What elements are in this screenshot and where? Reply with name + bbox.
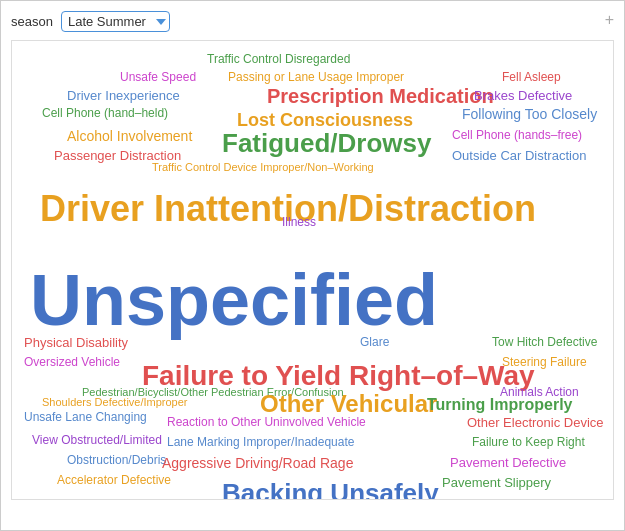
word-item[interactable]: Illness bbox=[282, 216, 316, 229]
word-item[interactable]: Aggressive Driving/Road Rage bbox=[162, 456, 353, 471]
season-select-wrapper[interactable]: SpringSummerLate SummerFallWinter bbox=[61, 11, 170, 32]
add-icon[interactable]: + bbox=[605, 11, 614, 29]
word-item[interactable]: Other Electronic Device bbox=[467, 416, 604, 430]
header: season SpringSummerLate SummerFallWinter bbox=[11, 11, 614, 32]
word-item[interactable]: Following Too Closely bbox=[462, 107, 597, 122]
word-item[interactable]: Fatigued/Drowsy bbox=[222, 129, 431, 158]
word-item[interactable]: Steering Failure bbox=[502, 356, 587, 369]
word-item[interactable]: Passing or Lane Usage Improper bbox=[228, 71, 404, 84]
word-item[interactable]: Pavement Slippery bbox=[442, 476, 551, 490]
word-item[interactable]: Prescription Medication bbox=[267, 85, 494, 107]
word-item[interactable]: Driver Inexperience bbox=[67, 89, 180, 103]
word-item[interactable]: Brakes Defective bbox=[474, 89, 572, 103]
word-item[interactable]: Glare bbox=[360, 336, 389, 349]
main-container: season SpringSummerLate SummerFallWinter… bbox=[0, 0, 625, 531]
word-item[interactable]: Obstruction/Debris bbox=[67, 454, 166, 467]
word-item[interactable]: Failure to Keep Right bbox=[472, 436, 585, 449]
word-item[interactable]: Fell Asleep bbox=[502, 71, 561, 84]
word-item[interactable]: Lane Marking Improper/Inadequate bbox=[167, 436, 354, 449]
word-item[interactable]: Other Vehicular bbox=[260, 391, 437, 417]
word-item[interactable]: Unspecified bbox=[30, 261, 438, 340]
word-item[interactable]: Tire Failure/Inadequate bbox=[142, 499, 276, 500]
word-item[interactable]: Pavement Defective bbox=[450, 456, 566, 470]
word-item[interactable]: Outside Car Distraction bbox=[452, 149, 586, 163]
word-item[interactable]: Tow Hitch Defective bbox=[492, 336, 597, 349]
word-item[interactable]: Physical Disability bbox=[24, 336, 128, 350]
word-item[interactable]: Turning Improperly bbox=[427, 396, 572, 414]
word-item[interactable]: Shoulders Defective/Improper bbox=[42, 396, 188, 408]
word-item[interactable]: Backing Unsafely bbox=[222, 479, 439, 500]
word-item[interactable]: Unsafe Speed bbox=[120, 71, 196, 84]
word-item[interactable]: Traffic Control Device Improper/Non–Work… bbox=[152, 161, 374, 173]
word-item[interactable]: Traffic Control Disregarded bbox=[207, 53, 350, 66]
season-label: season bbox=[11, 14, 53, 29]
word-item[interactable]: Alcohol Involvement bbox=[67, 129, 192, 144]
word-item[interactable]: Unsafe Lane Changing bbox=[24, 411, 147, 424]
word-item[interactable]: Cell Phone (hand–held) bbox=[42, 107, 168, 120]
word-item[interactable]: Accelerator Defective bbox=[57, 474, 171, 487]
word-item[interactable]: Reaction to Other Uninvolved Vehicle bbox=[167, 416, 366, 429]
word-item[interactable]: View Obstructed/Limited bbox=[32, 434, 162, 447]
word-item[interactable]: Drugs (Illegal) bbox=[412, 499, 493, 500]
word-item[interactable]: Cell Phone (hands–free) bbox=[452, 129, 582, 142]
word-cloud: Traffic Control DisregardedUnsafe SpeedP… bbox=[11, 40, 614, 500]
word-item[interactable]: Oversized Vehicle bbox=[24, 356, 120, 369]
season-select[interactable]: SpringSummerLate SummerFallWinter bbox=[61, 11, 170, 32]
